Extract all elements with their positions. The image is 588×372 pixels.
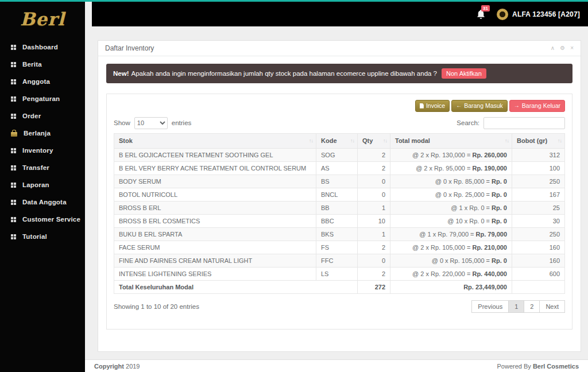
grid-icon: [11, 148, 16, 153]
stok-cell: BOTOL NUTRICOLL: [114, 188, 316, 201]
table-row: BROSS B ERL BB 1 @ 1 x Rp. 0 = Rp. 0 25: [114, 201, 565, 214]
total-modal-cell: Rp. 23,449,000: [390, 280, 512, 293]
sidebar-item-label: Inventory: [22, 147, 53, 154]
user-menu[interactable]: ALFA 123456 [A207]: [497, 9, 580, 20]
sidebar-item-inventory[interactable]: Inventory: [0, 142, 85, 159]
search-input[interactable]: [483, 117, 565, 129]
sidebar-item-tutorial[interactable]: Tutorial: [0, 228, 85, 245]
page-size-select[interactable]: 10: [134, 117, 168, 129]
qty-cell: 0: [358, 175, 390, 188]
sidebar-item-pengaturan[interactable]: Pengaturan: [0, 90, 85, 107]
stok-cell: B ERL GOJICACTEEN TREATMENT SOOTHING GEL: [114, 148, 316, 161]
modal-cell: @ 1 x Rp. 79,000 = Rp. 79,000: [390, 227, 512, 241]
modal-cell: @ 2 x Rp. 220,000 = Rp. 440,000: [390, 267, 512, 280]
stok-cell: BUKU B ERL SPARTA: [114, 227, 316, 241]
bobot-cell: 100: [512, 161, 565, 175]
sidebar-item-label: Dashboard: [22, 44, 58, 51]
page-button-2[interactable]: 2: [524, 300, 540, 313]
sidebar-item-order[interactable]: Order: [0, 107, 85, 125]
pagination-pages: 1 2: [509, 300, 540, 313]
table-row: FACE SERUM FS 2 @ 2 x Rp. 105,000 = Rp. …: [114, 241, 565, 254]
shopping-bag-icon: [11, 130, 17, 137]
sort-icon: ↑↓: [350, 138, 354, 144]
table-total-row: Total Keseluruhan Modal 272 Rp. 23,449,0…: [114, 280, 565, 293]
notifications-button[interactable]: 31: [477, 10, 485, 19]
grid-icon: [11, 217, 16, 222]
kode-cell: FFC: [316, 254, 358, 267]
previous-button[interactable]: Previous: [471, 300, 509, 313]
sort-icon: ↑↓: [505, 138, 509, 144]
modal-cell: @ 0 x Rp. 25,000 = Rp. 0: [390, 188, 512, 201]
invoice-button[interactable]: Invoice: [415, 100, 450, 112]
sidebar-item-label: Transfer: [22, 164, 49, 171]
close-icon[interactable]: ×: [570, 45, 574, 51]
sidebar-item-label: Berlanja: [24, 130, 51, 137]
barang-masuk-label: Barang Masuk: [464, 102, 503, 110]
grid-icon: [11, 200, 16, 205]
sidebar-item-laporan[interactable]: Laporan: [0, 176, 85, 193]
grid-icon: [11, 79, 16, 84]
panel-body: New! Apakah anda ingin menginformasikan …: [98, 56, 581, 351]
barang-keluar-button[interactable]: → Barang Keluar: [509, 100, 565, 112]
bobot-cell: 167: [512, 188, 565, 201]
bobot-cell: 160: [512, 254, 565, 267]
bobot-cell: 25: [512, 201, 565, 214]
stok-cell: BODY SERUM: [114, 175, 316, 188]
sidebar-item-anggota[interactable]: Anggota: [0, 73, 85, 90]
table-controls: Show 10 entries Search:: [114, 117, 565, 129]
modal-cell: @ 0 x Rp. 85,000 = Rp. 0: [390, 175, 512, 188]
notice-prefix: New!: [113, 70, 129, 77]
wrench-icon[interactable]: ⚙: [560, 45, 565, 51]
header-total-modal[interactable]: Total modal↑↓: [390, 133, 512, 148]
kode-cell: BNCL: [316, 188, 358, 201]
table-row: INTENSE LIGHTENING SERIES LS 2 @ 2 x Rp.…: [114, 267, 565, 280]
qty-cell: 0: [358, 188, 390, 201]
barang-masuk-button[interactable]: ← Barang Masuk: [451, 100, 508, 112]
total-label-cell: Total Keseluruhan Modal: [114, 280, 358, 293]
header-kode[interactable]: Kode↑↓: [316, 133, 358, 148]
grid-icon: [11, 96, 16, 102]
non-aktifkan-button[interactable]: Non Aktifkan: [442, 68, 486, 79]
page-button-1[interactable]: 1: [508, 300, 524, 313]
grid-icon: [11, 114, 16, 119]
search-label: Search:: [457, 119, 479, 126]
qty-cell: 10: [358, 214, 390, 227]
page-footer: Copyright 2019 Powered By Berl Cosmetics: [85, 359, 588, 372]
next-button[interactable]: Next: [539, 300, 565, 313]
panel-title: Daftar Inventory: [105, 44, 154, 52]
qty-cell: 2: [358, 241, 390, 254]
brand-logo: Berl: [0, 9, 85, 29]
stok-cell: BROSS B ERL COSMETICS: [114, 214, 316, 227]
sort-icon: ↑↓: [383, 138, 387, 144]
stok-cell: FINE AND FAIRNES CREAM NATURAL LIGHT: [114, 254, 316, 267]
table-toolbar: Invoice ← Barang Masuk → Barang Keluar: [114, 100, 565, 112]
sidebar-item-transfer[interactable]: Transfer: [0, 159, 85, 176]
stok-cell: FACE SERUM: [114, 241, 316, 254]
panel-header: Daftar Inventory ∧ ⚙ ×: [98, 41, 581, 56]
notice-text: Apakah anda ingin menginformasikan jumla…: [131, 70, 437, 77]
header-qty[interactable]: Qty↑↓: [358, 133, 390, 148]
sidebar-item-customer-service[interactable]: Customer Service: [0, 211, 85, 228]
sidebar-item-label: Customer Service: [22, 216, 80, 223]
sidebar-item-label: Tutorial: [22, 233, 47, 240]
top-header-bar: 31 ALFA 123456 [A207]: [92, 2, 588, 26]
sidebar-item-data-anggota[interactable]: Data Anggota: [0, 193, 85, 211]
sidebar-item-dashboard[interactable]: Dashboard: [0, 38, 85, 56]
sidebar-item-label: Order: [22, 113, 41, 119]
arrow-right-icon: →: [514, 103, 520, 108]
sidebar-item-label: Laporan: [22, 181, 49, 188]
sidebar-item-berita[interactable]: Berita: [0, 56, 85, 73]
header-bobot[interactable]: Bobot (gr)↑↓: [512, 133, 565, 148]
file-icon: [420, 103, 424, 108]
sidebar-item-berlanja[interactable]: Berlanja: [0, 125, 85, 142]
collapse-icon[interactable]: ∧: [551, 45, 555, 51]
stok-cell: INTENSE LIGHTENING SERIES: [114, 267, 316, 280]
total-bobot-cell: [512, 280, 565, 293]
page-content: Daftar Inventory ∧ ⚙ × New! Apakah anda …: [85, 26, 588, 352]
sidebar-item-label: Pengaturan: [22, 95, 60, 102]
modal-cell: @ 2 x Rp. 105,000 = Rp. 210,000: [390, 241, 512, 254]
table-header-row: Stok↑↓ Kode↑↓ Qty↑↓ Total modal↑↓ Bobot …: [114, 133, 565, 148]
showing-entries-text: Showing 1 to 10 of 20 entries: [114, 303, 199, 310]
grid-icon: [11, 234, 16, 239]
header-stok[interactable]: Stok↑↓: [114, 133, 316, 148]
